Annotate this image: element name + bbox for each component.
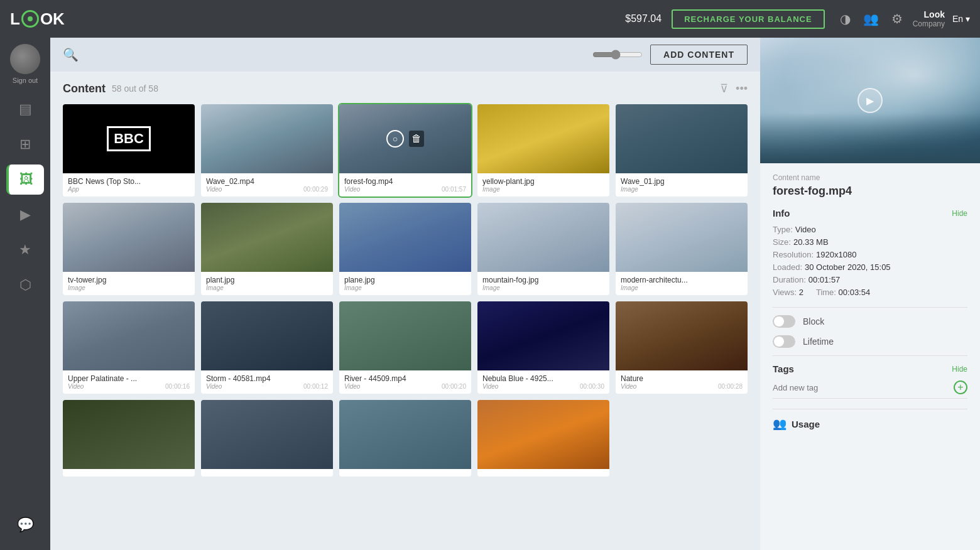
toolbar: 🔍 ADD CONTENT [50,38,760,72]
media-info-storm: Storm - 40581.mp4 Video 00:00:12 [201,370,333,394]
avatar-section: Sign out [10,44,40,84]
stats-icon[interactable]: ◑ [840,11,851,26]
media-card-nature[interactable]: Nature Video 00:00:28 [616,301,748,394]
thumb-wave2 [201,104,333,173]
media-name: Wave_02.mp4 [206,177,328,186]
sidebar-item-video[interactable]: ▶ [6,200,44,230]
media-info-arch: modern-architectu... Image [616,272,748,295]
media-grid: BBC BBC News (Top Sto... App Wave_02.mp4 [63,104,748,477]
duration-label: Duration: [773,275,806,284]
media-card-bbc[interactable]: BBC BBC News (Top Sto... App [63,104,195,197]
media-card-tv-tower[interactable]: tv-tower.jpg Image [63,203,195,295]
add-content-button[interactable]: ADD CONTENT [650,45,748,65]
delete-btn[interactable]: 🗑 [409,131,424,147]
media-meta: Video 00:00:30 [482,383,604,390]
user-info: Look Company [913,9,945,28]
chat-icon: 💬 [17,517,34,533]
thumb-arch [616,203,748,272]
balance-display: $597.04 [625,13,662,24]
language-selector[interactable]: En ▾ [952,14,970,24]
sidebar: Sign out ▤ ⊞ 🖼 ▶ ★ ⬡ 💬 [0,38,50,550]
media-card-river[interactable]: River - 44509.mp4 Video 00:00:20 [339,301,471,394]
video-icon: ▶ [20,207,31,223]
media-type: Image [621,186,638,193]
thumb-city [201,400,333,469]
media-meta: Image [621,284,743,291]
user-role: Company [913,19,945,28]
size-value: 20.33 MB [793,237,829,247]
media-card-mountain[interactable]: mountain-fog.jpg Image [477,203,609,295]
info-section-title: Info [773,208,790,218]
media-type: Image [206,284,224,291]
media-card-plane[interactable]: plane.jpg Image [339,203,471,295]
settings-icon[interactable]: ⚙ [891,11,903,26]
info-size-row: Size: 20.33 MB [773,237,967,247]
sidebar-item-monitor[interactable]: ▤ [6,94,44,124]
media-type: App [68,186,79,193]
thumb-controls: ○ 🗑 [339,104,471,173]
resolution-label: Resolution: [773,250,814,259]
sidebar-item-content[interactable]: 🖼 [6,164,44,195]
media-card-nebula[interactable]: Nebula Blue - 4925... Video 00:00:30 [477,301,609,394]
recharge-button[interactable]: RECHARGE YOUR BALANCE [672,9,825,29]
filter-icon[interactable]: ⊽ [720,82,728,95]
grid-size-slider[interactable] [592,50,643,60]
views-value: 2 [799,288,803,297]
media-meta: Image [206,284,328,291]
media-card-yellow-plant[interactable]: yellow-plant.jpg Image [477,104,609,197]
users-icon[interactable]: 👥 [863,11,879,26]
logo-text: OK [40,9,65,29]
sidebar-item-layout[interactable]: ⊞ [6,129,44,159]
more-options-icon[interactable]: ••• [736,82,748,95]
select-circle-btn[interactable]: ○ [386,130,404,148]
media-card-sunset[interactable] [477,400,609,477]
media-card-storm[interactable]: Storm - 40581.mp4 Video 00:00:12 [201,301,333,394]
signout-label[interactable]: Sign out [13,77,38,84]
lifetime-label: Lifetime [803,337,834,347]
info-hide-link[interactable]: Hide [952,209,967,218]
media-type: Video [482,383,498,390]
media-duration: 00:00:29 [303,186,328,193]
media-card-palatinate[interactable]: Upper Palatinate - ... Video 00:00:16 [63,301,195,394]
sidebar-item-favorites[interactable]: ★ [6,235,44,265]
media-card-plant[interactable]: plant.jpg Image [201,203,333,295]
media-info-bbc: BBC News (Top Sto... App [63,173,195,197]
info-resolution-row: Resolution: 1920x1080 [773,250,967,259]
media-type: Image [482,284,500,291]
layout-icon: ⊞ [19,136,31,153]
content-name-label: Content name [773,173,967,182]
media-type: Image [344,284,362,291]
sidebar-item-chat[interactable]: 💬 [6,510,44,540]
media-card-city[interactable] [201,400,333,477]
info-header: Info Hide [773,208,967,218]
media-card-forest-fog[interactable]: ○ 🗑 forest-fog.mp4 Video 00:01:57 [339,104,471,197]
media-duration: 00:00:28 [718,383,743,390]
thumb-river [339,301,471,370]
usage-section: 👥 Usage [773,417,967,431]
media-card-arch[interactable]: modern-architectu... Image [616,203,748,295]
add-tag-button[interactable]: + [954,380,967,394]
block-toggle[interactable] [773,315,795,328]
media-meta: Video 00:00:28 [621,383,743,390]
media-card-green1[interactable] [63,400,195,477]
monitor-icon: ▤ [19,101,32,117]
tags-hide-link[interactable]: Hide [952,365,967,374]
panel-preview: ▶ [760,38,980,163]
media-meta: Image [68,284,190,291]
sidebar-item-layers[interactable]: ⬡ [6,270,44,300]
media-info-wave1: Wave_01.jpg Image [616,173,748,197]
media-card-wave2[interactable]: Wave_02.mp4 Video 00:00:29 [201,104,333,197]
lifetime-toggle[interactable] [773,335,795,348]
media-info-river: River - 44509.mp4 Video 00:00:20 [339,370,471,394]
media-name: forest-fog.mp4 [344,177,466,186]
play-button[interactable]: ▶ [858,88,883,113]
logo-icon [21,10,39,28]
search-button[interactable]: 🔍 [63,47,79,62]
media-card-wave1[interactable]: Wave_01.jpg Image [616,104,748,197]
media-info-bottom3 [339,469,471,477]
divider-2 [773,355,967,356]
media-card-bottom3[interactable] [339,400,471,477]
avatar[interactable] [10,44,40,74]
section-title: Content [63,82,106,95]
add-tag-input[interactable] [773,383,954,392]
